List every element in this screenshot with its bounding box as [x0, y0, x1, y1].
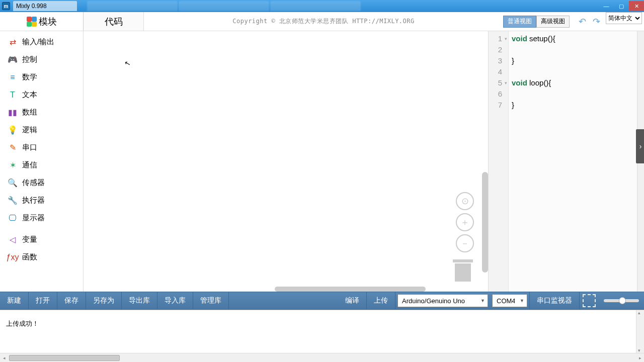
category-sidebar: ⇄输入/输出🎮控制≡数学T文本▮▮数组💡逻辑✎串口✶通信🔍传感器🔧执行器🖵显示器…: [0, 31, 84, 292]
compile-button[interactable]: 编译: [338, 292, 367, 310]
category-label: 执行器: [22, 196, 45, 205]
serial-monitor-button[interactable]: 串口监视器: [529, 292, 580, 310]
new-button[interactable]: 新建: [0, 292, 29, 310]
code-panel: 1234567 void setup(){ } void loop(){ } ›: [488, 31, 644, 292]
category-5[interactable]: 💡逻辑: [0, 121, 83, 139]
category-8[interactable]: 🔍传感器: [0, 174, 83, 192]
code-view: void setup(){ } void loop(){ }: [509, 31, 644, 292]
category-icon: 🎮: [7, 54, 18, 65]
app-icon: m: [2, 2, 10, 10]
tab-modules-label: 模块: [39, 16, 57, 28]
category-4[interactable]: ▮▮数组: [0, 104, 83, 121]
category-icon: ◁: [7, 234, 18, 245]
view-normal-button[interactable]: 普通视图: [503, 16, 536, 28]
trash-icon[interactable]: [454, 259, 472, 282]
tab-modules[interactable]: 模块: [0, 12, 84, 31]
category-icon: 🖵: [7, 213, 18, 224]
category-label: 逻辑: [22, 125, 37, 135]
puzzle-icon: [27, 17, 37, 27]
category-label: 通信: [22, 160, 37, 170]
console-message: 上传成功！: [6, 320, 39, 327]
saveas-button[interactable]: 另存为: [86, 292, 122, 310]
browser-tabs-blur: [87, 1, 361, 11]
category-icon: ƒxy: [7, 252, 18, 263]
exportlib-button[interactable]: 导出库: [122, 292, 157, 310]
save-button[interactable]: 保存: [57, 292, 86, 310]
category-0[interactable]: ⇄输入/输出: [0, 33, 83, 51]
category-7[interactable]: ✶通信: [0, 156, 83, 174]
speed-slider[interactable]: [604, 299, 639, 302]
category-icon: ✎: [7, 142, 18, 153]
redo-button[interactable]: ↷: [591, 16, 602, 27]
category-label: 函数: [22, 252, 37, 262]
tab-code[interactable]: 代码: [84, 12, 144, 31]
console-hscroll[interactable]: ◂ ▸: [0, 353, 644, 362]
port-select[interactable]: COM4: [492, 294, 527, 307]
category-10[interactable]: 🖵显示器: [0, 209, 83, 227]
category-1[interactable]: 🎮控制: [0, 51, 83, 68]
undo-button[interactable]: ↶: [577, 16, 588, 27]
copyright-text: Copyright © 北京师范大学米思齐团队 HTTP://MIXLY.ORG: [144, 12, 503, 31]
category-icon: ✶: [7, 160, 18, 171]
window-title: Mixly 0.998: [13, 1, 77, 11]
tab-code-label: 代码: [105, 16, 123, 28]
console-vscroll[interactable]: [636, 310, 644, 353]
category-2[interactable]: ≡数学: [0, 68, 83, 86]
category-icon: 🔧: [7, 195, 18, 206]
category-icon: ≡: [7, 72, 18, 83]
category-label: 输入/输出: [22, 37, 54, 47]
zoom-out-button[interactable]: －: [456, 234, 474, 252]
workspace-vscroll[interactable]: [482, 172, 488, 273]
category-label: 文本: [22, 90, 37, 100]
center-button[interactable]: ⊙: [456, 192, 474, 210]
close-button[interactable]: ✕: [629, 1, 644, 11]
zoom-in-button[interactable]: ＋: [456, 213, 474, 231]
managelib-button[interactable]: 管理库: [193, 292, 229, 310]
category-label: 显示器: [22, 213, 45, 223]
bottom-toolbar: 新建 打开 保存 另存为 导出库 导入库 管理库 编译 上传 Arduino/G…: [0, 292, 644, 310]
category-12[interactable]: ƒxy函数: [0, 248, 83, 266]
category-3[interactable]: T文本: [0, 86, 83, 104]
panel-expand-button[interactable]: ›: [636, 129, 644, 163]
category-label: 数学: [22, 72, 37, 82]
open-button[interactable]: 打开: [29, 292, 57, 310]
category-icon: T: [7, 89, 18, 101]
console-panel: 上传成功！: [0, 310, 644, 353]
window-titlebar: m Mixly 0.998 — ▢ ✕: [0, 0, 644, 12]
view-advanced-button[interactable]: 高级视图: [536, 16, 570, 28]
workspace-hscroll[interactable]: [275, 287, 426, 292]
maximize-button[interactable]: ▢: [614, 1, 629, 11]
category-icon: 🔍: [7, 177, 18, 189]
language-select[interactable]: 简体中文: [606, 12, 642, 24]
category-icon: ▮▮: [7, 107, 18, 118]
importlib-button[interactable]: 导入库: [157, 292, 193, 310]
cursor-icon: ↖: [124, 59, 132, 68]
category-11[interactable]: ◁变量: [0, 231, 83, 248]
category-label: 变量: [22, 235, 37, 244]
upload-button[interactable]: 上传: [367, 292, 395, 310]
board-select[interactable]: Arduino/Genuino Uno: [397, 294, 488, 307]
blockly-workspace[interactable]: ↖ ⊙ ＋ －: [84, 31, 488, 292]
category-icon: ⇄: [7, 37, 18, 48]
category-icon: 💡: [7, 125, 18, 136]
category-9[interactable]: 🔧执行器: [0, 192, 83, 209]
category-label: 数组: [22, 108, 37, 117]
category-6[interactable]: ✎串口: [0, 139, 83, 156]
code-gutter: 1234567: [489, 31, 509, 292]
category-label: 串口: [22, 143, 37, 152]
category-label: 控制: [22, 55, 37, 64]
top-toolbar: 模块 代码 Copyright © 北京师范大学米思齐团队 HTTP://MIX…: [0, 12, 644, 31]
chip-icon: [583, 294, 596, 307]
category-label: 传感器: [22, 178, 45, 188]
minimize-button[interactable]: —: [599, 1, 614, 11]
